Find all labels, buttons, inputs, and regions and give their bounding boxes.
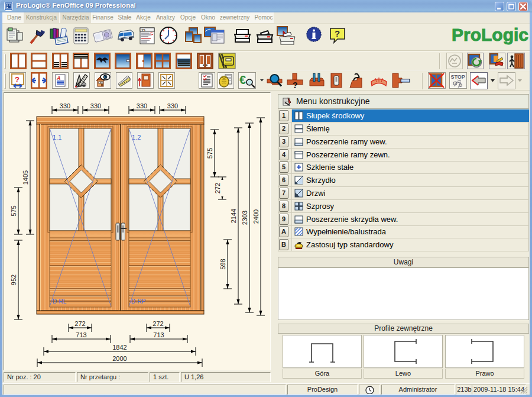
svg-text:1405: 1405 (22, 170, 29, 185)
svg-text:575: 575 (10, 205, 17, 216)
svg-text:D-RP: D-RP (131, 298, 146, 305)
svg-text:272: 272 (214, 183, 221, 193)
svg-text:575: 575 (206, 148, 213, 159)
svg-text:330: 330 (60, 102, 70, 109)
svg-text:A: A (56, 75, 61, 81)
svg-text:15: 15 (141, 28, 145, 32)
svg-text:1.1: 1.1 (53, 134, 61, 141)
svg-text:330: 330 (167, 102, 178, 109)
svg-text:?: ? (15, 75, 20, 84)
svg-text:2400: 2400 (252, 209, 259, 224)
svg-text:713: 713 (153, 331, 164, 338)
svg-text:272: 272 (74, 320, 85, 327)
svg-text:1842: 1842 (112, 344, 126, 351)
svg-text:2303: 2303 (241, 211, 248, 225)
svg-text:?: ? (293, 80, 298, 89)
svg-text:713: 713 (76, 331, 86, 338)
svg-text:330: 330 (137, 102, 147, 109)
svg-text:2000: 2000 (112, 355, 126, 362)
svg-text:?: ? (335, 28, 340, 38)
svg-text:2144: 2144 (230, 209, 237, 223)
svg-text:1.2: 1.2 (132, 134, 141, 141)
svg-text:D-RL: D-RL (53, 298, 67, 305)
svg-text:330: 330 (90, 102, 101, 109)
svg-text:272: 272 (153, 320, 163, 327)
svg-text:598: 598 (219, 259, 226, 269)
svg-text:952: 952 (10, 275, 17, 285)
svg-text:€: € (239, 73, 246, 86)
svg-text:STOP: STOP (451, 74, 465, 80)
